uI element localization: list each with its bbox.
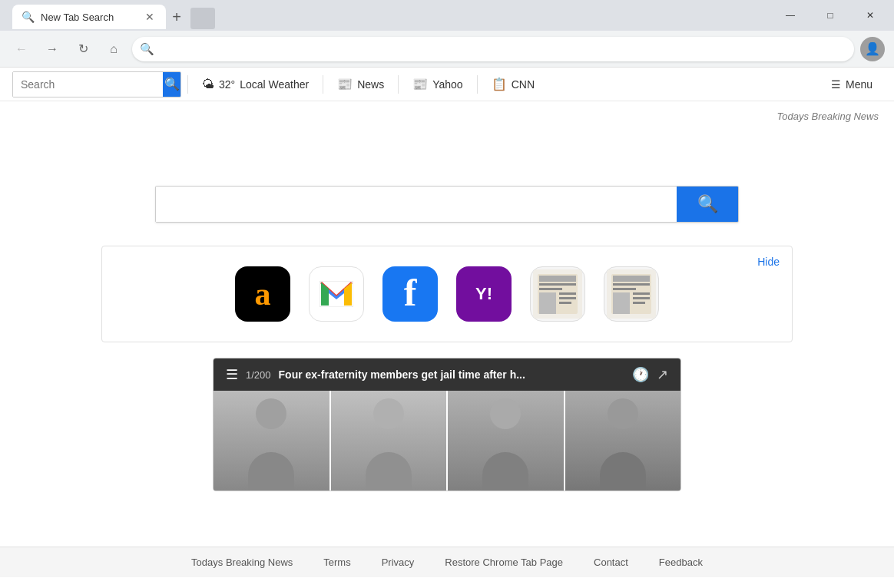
toolbar-menu[interactable]: ☰ Menu (822, 75, 882, 94)
toolbar-divider-3 (398, 75, 399, 94)
tab-favicon: 🔍 (22, 11, 35, 23)
news-feed-header: ☰ 1/200 Four ex-fraternity members get j… (214, 358, 680, 391)
tab-close-button[interactable]: ✕ (143, 10, 157, 24)
news-image-3 (448, 391, 565, 491)
toolbar-cnn[interactable]: 📋 CNN (484, 74, 542, 94)
weather-icon: 🌤 (202, 78, 214, 91)
center-search-input[interactable] (156, 187, 677, 222)
hide-link[interactable]: Hide (757, 256, 780, 268)
maximize-button[interactable]: □ (813, 5, 848, 26)
footer-link-privacy[interactable]: Privacy (382, 557, 415, 568)
svg-rect-13 (613, 283, 650, 286)
yahoo-logo-icon: Y! (475, 284, 492, 304)
news-image-4 (565, 391, 681, 491)
menu-icon: ☰ (831, 78, 841, 91)
address-bar: ← → ↻ ⌂ 🔍 👤 (0, 31, 894, 68)
news-list-icon: ☰ (226, 366, 238, 383)
toolbar-divider-4 (477, 75, 478, 94)
svg-rect-14 (613, 288, 636, 290)
quick-link-amazon[interactable]: a (235, 266, 290, 322)
news-feed: ☰ 1/200 Four ex-fraternity members get j… (213, 358, 681, 491)
profile-button[interactable]: 👤 (860, 37, 885, 61)
center-search-wrapper: 🔍 (155, 186, 739, 223)
tab-title: New Tab Search (41, 12, 137, 23)
news-headline: Four ex-fraternity members get jail time… (279, 368, 624, 381)
minimize-button[interactable]: — (773, 5, 808, 26)
center-search-icon: 🔍 (697, 194, 718, 214)
news-icon: 📰 (337, 77, 353, 91)
news-image-2 (331, 391, 449, 491)
footer-link-contact[interactable]: Contact (594, 557, 628, 568)
quick-link-yahoo[interactable]: Y! (456, 266, 512, 322)
forward-button[interactable]: → (40, 37, 65, 61)
news-counter: 1/200 (246, 369, 271, 381)
close-button[interactable]: ✕ (853, 5, 888, 26)
active-tab[interactable]: 🔍 New Tab Search ✕ (12, 5, 166, 29)
footer-link-feedback[interactable]: Feedback (659, 557, 703, 568)
window-controls: — □ ✕ (773, 5, 888, 26)
url-input[interactable] (132, 37, 854, 61)
center-search-button[interactable]: 🔍 (677, 187, 738, 222)
svg-rect-4 (539, 283, 576, 286)
reload-button[interactable]: ↻ (71, 37, 95, 61)
menu-label: Menu (846, 78, 872, 91)
weather-temp: 32° (219, 78, 235, 91)
quick-links-container: Hide a f Y! (101, 246, 793, 342)
toolbar-weather[interactable]: 🌤 32° Local Weather (194, 74, 316, 94)
toolbar-yahoo[interactable]: 📰 Yahoo (405, 74, 470, 94)
toolbar-search-button[interactable]: 🔍 (163, 72, 180, 97)
news1-icon (533, 269, 582, 319)
home-button[interactable]: ⌂ (101, 37, 126, 61)
toolbar-search-box: 🔍 (12, 71, 181, 97)
quick-link-facebook[interactable]: f (382, 266, 438, 322)
svg-rect-12 (613, 276, 650, 282)
amazon-icon: a (255, 276, 271, 312)
svg-rect-16 (633, 292, 650, 295)
news-actions: 🕐 ↗ (632, 366, 668, 383)
toolbar-search-input[interactable] (13, 72, 163, 97)
news-label: News (357, 78, 384, 91)
svg-rect-3 (539, 276, 576, 282)
gmail-icon (320, 281, 353, 307)
svg-rect-15 (613, 292, 630, 314)
news-image-strip (214, 391, 680, 491)
footer: Todays Breaking News Terms Privacy Resto… (0, 547, 894, 577)
svg-rect-6 (539, 292, 556, 314)
toolbar-divider-2 (323, 75, 323, 94)
news-share-button[interactable]: ↗ (657, 366, 668, 383)
chrome-titlebar: 🔍 New Tab Search ✕ + — □ ✕ (0, 0, 894, 31)
new-tab-button[interactable]: + (166, 6, 187, 28)
yahoo-label: Yahoo (432, 78, 462, 91)
weather-label: Local Weather (240, 78, 309, 91)
footer-link-restore[interactable]: Restore Chrome Tab Page (445, 557, 563, 568)
facebook-icon: f (404, 270, 417, 315)
svg-rect-17 (633, 297, 650, 299)
toolbar-news[interactable]: 📰 News (329, 74, 392, 94)
quick-link-gmail[interactable] (309, 266, 364, 322)
svg-rect-9 (559, 302, 571, 304)
cnn-icon: 📋 (492, 77, 507, 91)
breaking-news-link[interactable]: Todays Breaking News (777, 111, 879, 122)
svg-rect-18 (633, 302, 645, 304)
svg-rect-7 (559, 292, 576, 295)
svg-rect-5 (539, 288, 562, 290)
url-wrapper: 🔍 (132, 37, 854, 61)
toolbar-search-icon: 🔍 (164, 77, 180, 91)
quick-link-news2[interactable] (604, 266, 659, 322)
news-clock-button[interactable]: 🕐 (632, 366, 649, 383)
center-search-area: 🔍 (0, 101, 894, 223)
quick-link-news1[interactable] (530, 266, 585, 322)
footer-link-breaking-news[interactable]: Todays Breaking News (191, 557, 293, 568)
main-content: Todays Breaking News 🔍 Hide a (0, 101, 894, 547)
toolbar: 🔍 🌤 32° Local Weather 📰 News 📰 Yahoo 📋 C… (0, 68, 894, 101)
yahoo-icon: 📰 (412, 77, 428, 91)
footer-link-terms[interactable]: Terms (323, 557, 350, 568)
toolbar-divider-1 (187, 75, 188, 94)
cnn-label: CNN (512, 78, 535, 91)
news-image-1 (214, 391, 331, 491)
back-button[interactable]: ← (9, 37, 34, 61)
news2-icon (607, 269, 656, 319)
quick-links: a f Y! (114, 259, 780, 329)
svg-rect-8 (559, 297, 576, 299)
